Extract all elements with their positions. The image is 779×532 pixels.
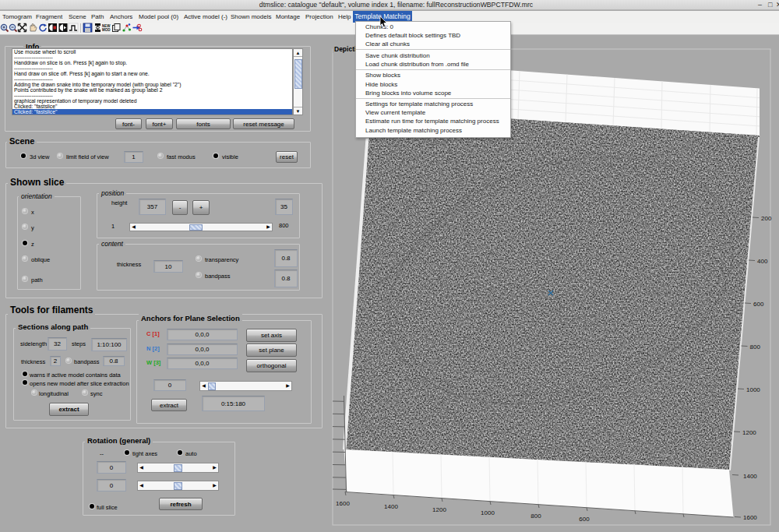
svg-text:1400: 1400: [743, 473, 757, 480]
svg-text:200: 200: [761, 215, 772, 222]
svg-text:1200: 1200: [432, 506, 446, 513]
svg-text:800: 800: [750, 344, 761, 351]
svg-text:800: 800: [530, 513, 541, 520]
svg-text:1400: 1400: [384, 503, 398, 510]
svg-text:600: 600: [579, 516, 590, 523]
svg-text:NEW: NEW: [102, 24, 111, 28]
svg-text:1600: 1600: [743, 514, 757, 521]
svg-text:1000: 1000: [481, 509, 495, 516]
svg-text:400: 400: [757, 258, 768, 265]
svg-text:MOD: MOD: [102, 28, 111, 32]
svg-text:1200: 1200: [742, 429, 756, 436]
svg-text:600: 600: [753, 301, 764, 308]
svg-text:1600: 1600: [336, 500, 350, 507]
svg-text:1000: 1000: [746, 386, 760, 393]
